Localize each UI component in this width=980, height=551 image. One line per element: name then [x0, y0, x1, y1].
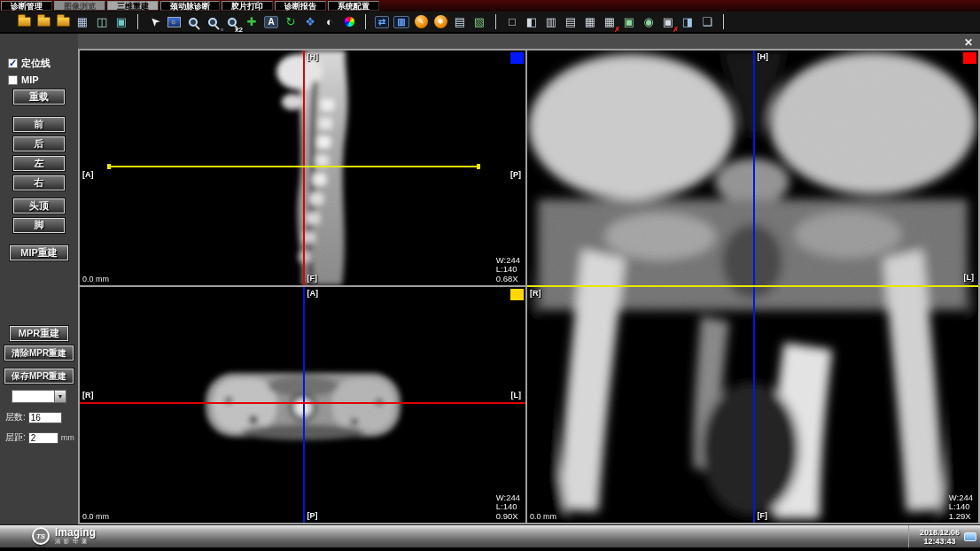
panel-axial[interactable]: [A] [P] [R] [L] 0.0 mm W:244 L:140 0.90X — [80, 287, 525, 523]
tab-diagnosis-report[interactable]: 诊断报告 — [275, 1, 326, 11]
mip-rebuild-button[interactable]: MIP重建 — [10, 245, 68, 260]
invert-contrast-icon[interactable]: ◐ — [320, 12, 339, 32]
mpr-preset-dropdown[interactable]: ▼ — [12, 390, 66, 403]
ruler-readout: 0.0 mm — [82, 512, 109, 521]
folder-glyph — [18, 17, 31, 27]
tab-image-browse[interactable]: 图像浏览 — [54, 1, 105, 11]
zoom-value: 0.68X — [496, 275, 520, 284]
layer-count-label: 层数: — [5, 411, 26, 423]
layout-two-rows-icon[interactable]: ▤ — [561, 12, 580, 32]
status-bar: TS Imaging 清影华康 2018.12.06 12:43:43 — [0, 524, 980, 547]
logo-subtitle: 清影华康 — [55, 538, 96, 545]
glyph: ▦ — [77, 16, 88, 27]
export-image-icon[interactable]: ▧ — [470, 12, 489, 32]
zoom-region-tool-icon[interactable]: ▫ — [203, 12, 222, 32]
level-value: L:140 — [949, 502, 973, 512]
head-button[interactable]: 头顶 — [13, 198, 65, 213]
coronal-horizontal-localizer-line[interactable] — [527, 285, 978, 287]
main-workspace: ✕ 定位线 MIP 重载 前 后 左 右 头顶 脚 MIP重建 MPR重建 清除… — [0, 34, 980, 524]
layout-one-two-icon[interactable]: ◧ — [522, 12, 541, 32]
pseudo-color-icon[interactable] — [339, 12, 359, 32]
ruler-readout: 0.0 mm — [82, 275, 109, 283]
coronal-series-marker — [963, 52, 976, 64]
orientation-label: [L] — [511, 391, 522, 400]
volume-3d-view-icon[interactable]: ▣ — [112, 12, 131, 32]
input-method-icon[interactable] — [964, 532, 976, 541]
layout-grid-2x2-icon[interactable]: ▦ — [580, 12, 600, 32]
zoom-tool-icon[interactable] — [183, 12, 203, 32]
sagittal-vertical-localizer-line[interactable] — [303, 50, 305, 285]
mip-checkbox[interactable]: MIP — [8, 74, 78, 85]
layout-single-icon[interactable]: □ — [502, 12, 522, 32]
open-image-folder-icon[interactable] — [53, 12, 73, 32]
glyph: ▣ — [624, 16, 634, 27]
back-button[interactable]: 后 — [13, 136, 65, 151]
sync-scroll-icon[interactable]: ▥ — [392, 12, 411, 32]
tab-carotid-diagnosis[interactable]: 颈动脉诊断 — [160, 1, 220, 11]
pointer-tool-icon[interactable]: ➤ — [144, 12, 164, 32]
layer-count-row: 层数: — [5, 411, 78, 423]
foot-button[interactable]: 脚 — [13, 218, 65, 233]
zoom-2x-tool-icon[interactable]: x2 — [222, 12, 242, 32]
split-window-view-icon[interactable]: ◫ — [92, 12, 112, 32]
refresh-reset-icon[interactable]: ↻ — [281, 12, 300, 32]
mpr-save-button[interactable]: 保存MPR重建 — [4, 369, 74, 384]
pan-tool-icon[interactable]: ✚ — [242, 12, 261, 32]
measure-tool-icon[interactable]: ✎ — [411, 12, 431, 32]
fit-to-window-icon[interactable]: ❖ — [300, 12, 320, 32]
orientation-label: [P] — [307, 511, 318, 520]
chevron-down-icon: ▼ — [54, 391, 66, 402]
panel-coronal[interactable]: [H] [F] [R] [L] 0.0 mm W:244 L:140 1.29X — [527, 50, 978, 523]
mpr-rebuild-button[interactable]: MPR重建 — [10, 326, 68, 341]
tab-film-print[interactable]: 胶片打印 — [222, 1, 273, 11]
open-series-folder-icon[interactable] — [34, 12, 53, 32]
roi-ellipse-icon[interactable]: ◉ — [639, 12, 658, 32]
link-series-icon[interactable]: ⇄ — [372, 12, 392, 32]
orientation-label: [P] — [510, 170, 521, 179]
locator-lines-checkbox[interactable]: 定位线 — [8, 57, 78, 70]
text-annotation-tool-icon[interactable]: A — [261, 12, 281, 32]
right-button[interactable]: 右 — [13, 175, 65, 190]
tab-3d-reconstruction[interactable]: 三维重建 — [107, 1, 159, 11]
clock-area: 2018.12.06 12:43:43 — [908, 525, 976, 547]
close-button[interactable]: ✕ — [964, 36, 973, 49]
logo-title: Imaging — [55, 527, 96, 538]
layer-spacing-input[interactable] — [28, 432, 58, 444]
report-preview-icon[interactable]: ▤ — [450, 12, 470, 32]
axial-horizontal-localizer-line[interactable] — [80, 402, 525, 404]
layout-two-columns-icon[interactable]: ▥ — [541, 12, 561, 32]
cascade-windows-icon[interactable]: ❏ — [697, 12, 717, 32]
toolbar-separator — [723, 14, 724, 29]
mpr-clear-button[interactable]: 清除MPR重建 — [4, 345, 74, 361]
window-level-readout: W:244 L:140 0.68X — [496, 256, 520, 284]
reload-button[interactable]: 重载 — [13, 89, 65, 105]
orientation-label: [H] — [758, 52, 769, 61]
roi-delete-icon[interactable]: ▣✗ — [658, 12, 678, 32]
left-button[interactable]: 左 — [13, 156, 65, 171]
mip-label: MIP — [21, 74, 39, 85]
glyph: ▦ — [585, 16, 595, 27]
layout-reset-icon[interactable]: ▦✗ — [600, 12, 619, 32]
orientation-label: [A] — [307, 289, 319, 298]
tab-system-config[interactable]: 系统配置 — [328, 1, 379, 11]
orientation-label: [R] — [82, 391, 94, 400]
front-button[interactable]: 前 — [13, 117, 65, 132]
status-time: 12:43:43 — [920, 537, 960, 546]
annotation-tools-icon[interactable]: ✱ — [431, 12, 450, 32]
tab-diagnosis-management[interactable]: 诊断管理 — [1, 1, 52, 11]
level-value: L:140 — [496, 265, 520, 275]
series-grid-view-icon[interactable]: ▦ — [73, 12, 92, 32]
open-study-folder-icon[interactable] — [14, 12, 34, 32]
layer-count-input[interactable] — [28, 412, 62, 423]
locator-lines-label: 定位线 — [21, 57, 51, 70]
window-display-icon[interactable]: ☼ — [164, 12, 183, 32]
panel-sagittal[interactable]: [H] [F] [A] [P] 0.0 mm W:244 L:140 0.68X — [80, 50, 525, 285]
toggle-side-panel-icon[interactable]: ◨ — [678, 12, 697, 32]
roi-rectangle-icon[interactable]: ▣ — [619, 12, 639, 32]
glyph: ◉ — [643, 16, 653, 27]
glyph: ❖ — [305, 16, 315, 27]
folder-glyph — [37, 17, 51, 27]
sagittal-horizontal-localizer-line[interactable] — [109, 166, 479, 167]
axial-vertical-localizer-line[interactable] — [303, 287, 305, 523]
folder-glyph — [57, 17, 70, 27]
